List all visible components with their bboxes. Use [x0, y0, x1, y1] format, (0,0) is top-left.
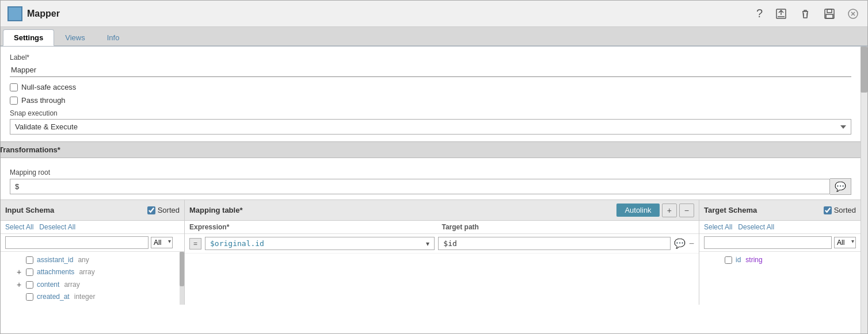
- pass-through-label: Pass through: [21, 96, 66, 105]
- target-deselect-all[interactable]: Deselect All: [738, 223, 774, 231]
- target-filter-select[interactable]: All: [834, 237, 856, 248]
- close-button[interactable]: [846, 7, 861, 20]
- label-field-label: Label*: [10, 53, 851, 62]
- snap-exec-label: Snap execution: [10, 109, 851, 117]
- remove-mapping-button[interactable]: −: [679, 204, 694, 217]
- mapping-row-1: = $original.id ▾ 💬 −: [185, 234, 699, 254]
- input-name-attachments: attachments: [37, 268, 74, 276]
- title-bar-left: Mapper: [7, 6, 60, 21]
- target-name-id: id: [736, 256, 741, 264]
- target-sorted-label: Sorted: [834, 206, 856, 214]
- input-item-created-at: created_at integer: [1, 291, 184, 302]
- target-schema-title: Target Schema: [704, 206, 757, 214]
- input-type-assistant-id: any: [78, 256, 89, 264]
- input-deselect-all[interactable]: Deselect All: [39, 223, 75, 231]
- input-item-assistant-id: assistant_id any: [1, 254, 184, 266]
- tab-views[interactable]: Views: [54, 29, 96, 46]
- app-icon: [7, 6, 22, 21]
- mapping-root-input[interactable]: [10, 179, 830, 194]
- mapping-table-header: Mapping table* Autolink + −: [185, 200, 699, 221]
- tab-info[interactable]: Info: [96, 29, 131, 46]
- input-checkbox-content[interactable]: [26, 281, 33, 289]
- input-name-created-at: created_at: [37, 293, 70, 301]
- input-filter-select-wrap: All: [151, 237, 173, 248]
- row-comment-button[interactable]: 💬: [674, 238, 686, 249]
- delete-button[interactable]: [797, 7, 813, 21]
- target-schema-panel: Target Schema Sorted Select All Deselect…: [699, 200, 861, 305]
- input-sorted-checkbox[interactable]: [147, 206, 155, 214]
- panels-container: Input Schema Sorted Select All Deselect …: [1, 199, 861, 305]
- input-expand-attachments[interactable]: +: [14, 267, 24, 277]
- snap-exec-wrapper: Validate & Execute Execute only Validate…: [10, 119, 851, 135]
- input-select-all-row: Select All Deselect All: [1, 221, 184, 234]
- autolink-button[interactable]: Autolink: [616, 204, 659, 217]
- tab-bar: Settings Views Info: [1, 27, 867, 47]
- input-schema-title: Input Schema: [5, 206, 54, 214]
- input-name-assistant-id: assistant_id: [37, 256, 73, 264]
- mapping-table-title: Mapping table*: [189, 206, 242, 214]
- input-item-content: + content array: [1, 278, 184, 291]
- input-name-content: content: [37, 281, 59, 289]
- expr-dropdown: $original.id ▾: [205, 237, 435, 250]
- window-scrollbar-thumb: [861, 47, 867, 93]
- input-filter-input[interactable]: [5, 236, 149, 249]
- target-item-id: id string: [699, 254, 861, 266]
- target-schema-header: Target Schema Sorted: [699, 200, 861, 221]
- mapping-col-headers: Expression* Target path: [185, 221, 699, 234]
- window-scrollbar[interactable]: [861, 47, 867, 333]
- col-expression-header: Expression*: [189, 223, 442, 231]
- transformations-header: Transformations*: [1, 141, 861, 158]
- target-sorted-check: Sorted: [824, 206, 856, 214]
- input-expand-content[interactable]: +: [14, 280, 24, 289]
- snap-exec-group: Snap execution Validate & Execute Execut…: [10, 109, 851, 135]
- mapping-table-panel: Mapping table* Autolink + − Expression* …: [185, 200, 699, 305]
- target-filter-select-wrap: All: [834, 237, 856, 248]
- target-filter-row: All: [699, 234, 861, 252]
- input-sorted-check: Sorted: [147, 206, 180, 214]
- target-schema-list: id string: [699, 252, 861, 305]
- target-sorted-checkbox[interactable]: [824, 206, 832, 214]
- input-filter-select[interactable]: All: [151, 237, 173, 248]
- null-safe-checkbox[interactable]: [10, 83, 18, 91]
- pass-through-row: Pass through: [10, 96, 851, 105]
- target-select-all[interactable]: Select All: [704, 223, 732, 231]
- label-field-group: Label*: [10, 53, 851, 77]
- input-schema-scrollbar-thumb: [180, 252, 184, 286]
- tab-settings[interactable]: Settings: [3, 29, 54, 46]
- input-checkbox-assistant-id[interactable]: [26, 256, 33, 264]
- svg-rect-2: [827, 9, 832, 13]
- pass-through-checkbox[interactable]: [10, 97, 18, 105]
- input-schema-list: assistant_id any + attachments array: [1, 252, 184, 305]
- title-bar: Mapper ?: [1, 1, 867, 27]
- target-type-id: string: [745, 256, 762, 264]
- input-type-created-at: integer: [74, 293, 96, 301]
- svg-rect-3: [826, 14, 833, 18]
- target-filter-input[interactable]: [704, 236, 832, 249]
- input-schema-scrollbar[interactable]: [180, 252, 184, 305]
- col-target-header: Target path: [442, 223, 695, 231]
- label-input[interactable]: [10, 63, 851, 77]
- title-bar-right: ?: [754, 6, 861, 21]
- add-mapping-button[interactable]: +: [662, 204, 677, 217]
- input-sorted-label: Sorted: [158, 206, 180, 214]
- null-safe-row: Null-safe access: [10, 83, 851, 91]
- mapping-actions: Autolink + −: [616, 204, 694, 217]
- snap-exec-select[interactable]: Validate & Execute Execute only Validate…: [10, 119, 851, 135]
- save-button[interactable]: [821, 7, 837, 21]
- input-select-all[interactable]: Select All: [5, 223, 33, 231]
- target-path-input[interactable]: [438, 237, 670, 250]
- expr-dropdown-arrow[interactable]: ▾: [424, 240, 432, 248]
- row-remove-button[interactable]: −: [689, 239, 694, 249]
- input-schema-panel: Input Schema Sorted Select All Deselect …: [1, 200, 185, 305]
- row-type-button[interactable]: =: [189, 238, 201, 249]
- mapping-root-group: Mapping root 💬: [1, 164, 861, 199]
- expr-value: $original.id: [210, 239, 424, 248]
- help-button[interactable]: ?: [754, 6, 765, 21]
- input-checkbox-created-at[interactable]: [26, 293, 33, 301]
- null-safe-label: Null-safe access: [21, 83, 76, 91]
- target-checkbox-id[interactable]: [725, 256, 732, 264]
- mapping-root-comment-button[interactable]: 💬: [830, 178, 851, 195]
- form-area: Label* Null-safe access Pass through Sna…: [1, 47, 861, 135]
- input-checkbox-attachments[interactable]: [26, 268, 33, 276]
- export-button[interactable]: [773, 7, 789, 21]
